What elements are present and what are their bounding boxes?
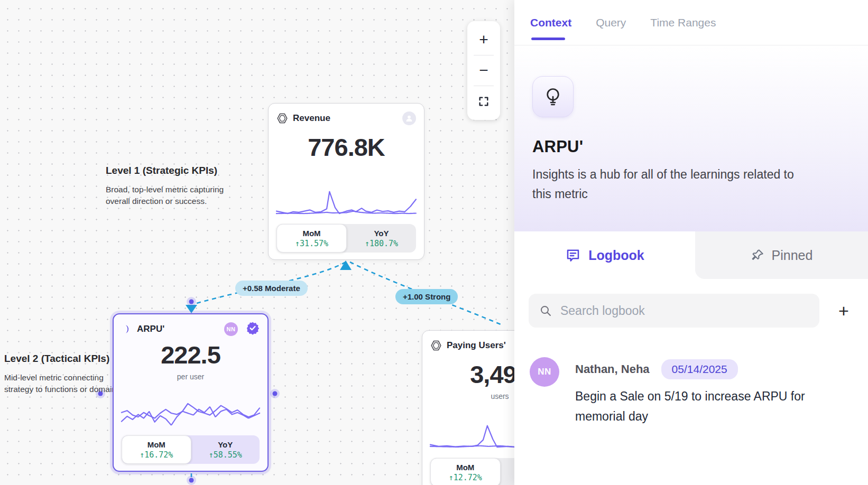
- crescent-moon-icon: [122, 324, 132, 334]
- context-side-panel: Context Query Time Ranges ARPU' Insights…: [514, 0, 868, 485]
- metric-hero-section: ARPU' Insights is a hub for all of the l…: [514, 45, 868, 231]
- metric-description: Insights is a hub for all of the learnin…: [532, 165, 850, 204]
- logbook-search-input[interactable]: [560, 304, 809, 318]
- mom-stat[interactable]: MoM ↑12.72%: [430, 458, 501, 485]
- hexagon-metric-icon: [276, 113, 288, 124]
- mom-stat[interactable]: MoM ↑31.57%: [276, 224, 347, 253]
- logbook-pinned-tabs: Logbook Pinned: [514, 231, 868, 279]
- lightbulb-icon: [542, 86, 564, 107]
- annotation-level1: Level 1 (Strategic KPIs) Broad, top-leve…: [106, 165, 224, 208]
- tab-context[interactable]: Context: [530, 0, 571, 45]
- pin-icon: [751, 248, 764, 262]
- zoom-out-button[interactable]: −: [467, 57, 500, 84]
- arrowhead-up-revenue: [340, 260, 352, 270]
- entry-author: Nathan, Neha: [575, 362, 650, 376]
- connection-handle-arpu-right[interactable]: [270, 389, 280, 398]
- tab-time-ranges[interactable]: Time Ranges: [650, 0, 716, 45]
- add-log-entry-button[interactable]: +: [832, 299, 855, 322]
- sparkline-revenue: [276, 188, 416, 218]
- entry-message: Begin a Sale on 5/19 to increase ARPU fo…: [575, 387, 805, 427]
- tab-query[interactable]: Query: [596, 0, 626, 45]
- panel-tab-bar: Context Query Time Ranges: [514, 0, 868, 45]
- verified-badge-icon: [246, 321, 260, 337]
- tab-logbook[interactable]: Logbook: [514, 231, 695, 279]
- metric-title: ARPU': [532, 137, 850, 156]
- insights-tile: [532, 76, 574, 117]
- metric-tree-canvas[interactable]: +0.58 Moderate +1.00 Strong Level 1 (Str…: [0, 0, 514, 485]
- canvas-zoom-toolbar: + −: [467, 21, 500, 120]
- logbook-entry[interactable]: NN Nathan, Neha 05/14/2025 Begin a Sale …: [514, 328, 868, 427]
- annotation-level2: Level 2 (Tactical KPIs) Mid-level metric…: [4, 353, 123, 396]
- connection-handle-arpu-bottom[interactable]: [187, 475, 196, 485]
- connection-handle-arpu-top[interactable]: [187, 297, 196, 306]
- logbook-chat-icon: [565, 247, 581, 263]
- entry-date-badge[interactable]: 05/14/2025: [661, 359, 738, 379]
- metric-value: 776.8K: [276, 133, 416, 162]
- yoy-stat[interactable]: YoY ↑58.55%: [191, 435, 260, 464]
- logbook-search[interactable]: [529, 294, 819, 328]
- annotation-level1-desc: Broad, top-level metric capturing: [106, 184, 224, 195]
- stat-footer: MoM ↑16.72% YoY ↑58.55%: [122, 435, 260, 464]
- edge-label-strong[interactable]: +1.00 Strong: [395, 289, 458, 304]
- zoom-in-button[interactable]: +: [467, 26, 500, 53]
- owner-initials-badge[interactable]: NN: [224, 322, 238, 336]
- tab-pinned[interactable]: Pinned: [695, 231, 868, 279]
- search-icon: [539, 304, 552, 318]
- hexagon-metric-icon: [430, 340, 442, 351]
- annotation-level2-desc: Mid-level metric connecting: [4, 372, 123, 384]
- stat-footer: MoM ↑31.57% YoY ↑180.7%: [276, 224, 416, 253]
- metric-value: 222.5: [122, 340, 260, 369]
- owner-avatar-icon[interactable]: [402, 111, 416, 125]
- yoy-stat[interactable]: YoY ↑180.7%: [347, 224, 416, 253]
- metric-unit: per user: [122, 372, 260, 381]
- divider: [474, 86, 494, 86]
- avatar: NN: [530, 357, 559, 387]
- metric-card-title: ARPU': [137, 324, 164, 334]
- fit-screen-icon: [478, 96, 490, 107]
- sparkline-arpu: [122, 397, 260, 429]
- logbook-search-row: +: [514, 279, 868, 328]
- divider: [474, 55, 494, 55]
- metric-card-arpu[interactable]: ARPU' NN 222.5 per user MoM ↑16.72%: [113, 313, 269, 472]
- mom-stat[interactable]: MoM ↑16.72%: [122, 435, 191, 464]
- metric-card-revenue[interactable]: Revenue 776.8K MoM ↑31.57% YoY ↑180.7%: [268, 103, 424, 260]
- fit-screen-button[interactable]: [467, 88, 500, 115]
- edge-label-moderate[interactable]: +0.58 Moderate: [235, 281, 308, 296]
- annotation-level2-title: Level 2 (Tactical KPIs): [4, 353, 123, 365]
- annotation-level1-title: Level 1 (Strategic KPIs): [106, 165, 224, 176]
- metric-card-title: Paying Users': [447, 340, 506, 351]
- metric-card-title: Revenue: [293, 113, 330, 124]
